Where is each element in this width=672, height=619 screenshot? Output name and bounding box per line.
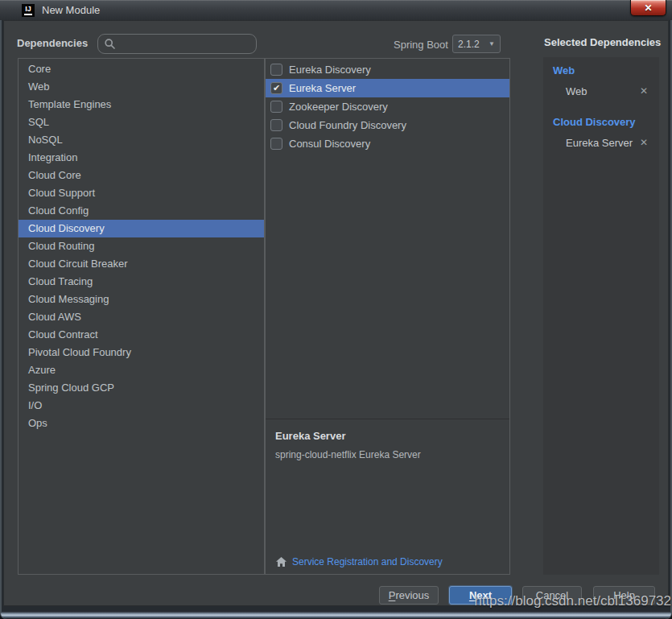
dependency-panel: Eureka Discovery✔Eureka ServerZookeeper … [265,58,510,575]
new-module-dialog: Dependencies Spring Boot 2.1.2 ▼ Selecte… [3,20,669,606]
category-item-azure[interactable]: Azure [19,361,264,379]
remove-icon[interactable]: ✕ [640,138,648,147]
checkbox-cloud-foundry-discovery[interactable] [270,119,282,131]
spring-boot-label: Spring Boot [394,39,448,51]
dependency-item-cloud-foundry-discovery[interactable]: Cloud Foundry Discovery [266,116,509,134]
intellij-logo-text: IJ [25,5,31,13]
window-title: New Module [42,4,100,16]
check-icon: ✔ [273,84,280,93]
category-item-core[interactable]: Core [19,60,264,78]
category-item-cloud-messaging[interactable]: Cloud Messaging [19,291,264,308]
category-item-cloud-routing[interactable]: Cloud Routing [19,237,264,255]
close-button[interactable]: ✕ [630,0,666,16]
category-item-cloud-circuit-breaker[interactable]: Cloud Circuit Breaker [19,255,264,273]
category-item-web[interactable]: Web [19,78,264,96]
spring-boot-version-dropdown[interactable]: 2.1.2 ▼ [452,35,501,53]
dependency-label: Consul Discovery [289,138,370,150]
selected-group-header-cloud-discovery: Cloud Discovery [543,109,659,132]
dependency-item-eureka-server[interactable]: ✔Eureka Server [266,79,509,97]
search-box[interactable] [97,34,257,54]
search-input[interactable] [116,37,256,51]
next-button[interactable]: Next [449,586,512,605]
cancel-button[interactable]: Cancel [522,586,582,605]
category-item-cloud-tracing[interactable]: Cloud Tracing [19,273,264,291]
category-item-i-o[interactable]: I/O [19,397,264,415]
window: IJ New Module ✕ Dependencies Spring Boot… [0,0,672,619]
category-item-ops[interactable]: Ops [19,415,264,432]
category-item-cloud-aws[interactable]: Cloud AWS [19,308,264,326]
dependency-item-eureka-discovery[interactable]: Eureka Discovery [266,60,509,79]
selected-group-header-web: Web [543,57,659,80]
category-item-cloud-core[interactable]: Cloud Core [19,167,264,184]
selected-dependencies-label: Selected Dependencies [544,36,661,48]
selected-dependencies-panel: WebWeb✕Cloud DiscoveryEureka Server✕ [543,57,659,575]
detail-title: Eureka Server [275,430,500,442]
previous-button[interactable]: Previous [379,586,439,605]
dependency-label: Zookeeper Discovery [289,101,388,113]
dependency-label: Cloud Foundry Discovery [289,119,406,131]
dependency-label: Eureka Discovery [289,64,371,76]
selected-dependency-label: Web [566,85,587,97]
remove-icon[interactable]: ✕ [640,86,648,96]
dependency-detail: Eureka Server spring-cloud-netflix Eurek… [266,419,509,574]
selected-dependency-label: Eureka Server [566,137,633,149]
close-icon: ✕ [644,3,652,13]
help-button[interactable]: Help [593,586,655,605]
category-item-integration[interactable]: Integration [19,149,264,167]
category-item-sql[interactable]: SQL [19,113,264,131]
detail-description: spring-cloud-netflix Eureka Server [275,449,500,460]
category-item-pivotal-cloud-foundry[interactable]: Pivotal Cloud Foundry [19,344,264,361]
home-icon [275,556,287,567]
selected-dependency-web: Web✕ [543,80,659,101]
category-item-nosql[interactable]: NoSQL [19,131,264,149]
dependency-label: Eureka Server [289,82,356,94]
category-item-cloud-contract[interactable]: Cloud Contract [19,326,264,344]
dependency-item-zookeeper-discovery[interactable]: Zookeeper Discovery [266,97,509,116]
checkbox-zookeeper-discovery[interactable] [270,101,282,113]
title-bar[interactable]: IJ New Module ✕ [0,0,672,20]
search-icon [104,38,116,50]
category-item-cloud-discovery[interactable]: Cloud Discovery [19,220,264,237]
category-item-template-engines[interactable]: Template Engines [19,96,264,113]
window-bottom-border [1,612,671,618]
selected-dependency-eureka-server: Eureka Server✕ [543,132,659,153]
dependency-item-consul-discovery[interactable]: Consul Discovery [266,134,509,153]
reference-link[interactable]: Service Registration and Discovery [292,556,443,567]
checkbox-eureka-discovery[interactable] [270,64,282,76]
category-list: CoreWebTemplate EnginesSQLNoSQLIntegrati… [18,58,265,575]
category-item-cloud-config[interactable]: Cloud Config [19,202,264,220]
chevron-down-icon: ▼ [489,40,495,47]
detail-link-row: Service Registration and Discovery [275,556,443,567]
checkbox-consul-discovery[interactable] [270,138,282,150]
checkbox-checked-eureka-server[interactable]: ✔ [270,82,282,94]
dependency-list: Eureka Discovery✔Eureka ServerZookeeper … [266,59,509,419]
category-item-spring-cloud-gcp[interactable]: Spring Cloud GCP [19,379,264,397]
spring-boot-version-value: 2.1.2 [458,39,480,50]
dependencies-label: Dependencies [17,37,88,49]
intellij-logo-icon: IJ [22,4,35,17]
category-item-cloud-support[interactable]: Cloud Support [19,184,264,202]
